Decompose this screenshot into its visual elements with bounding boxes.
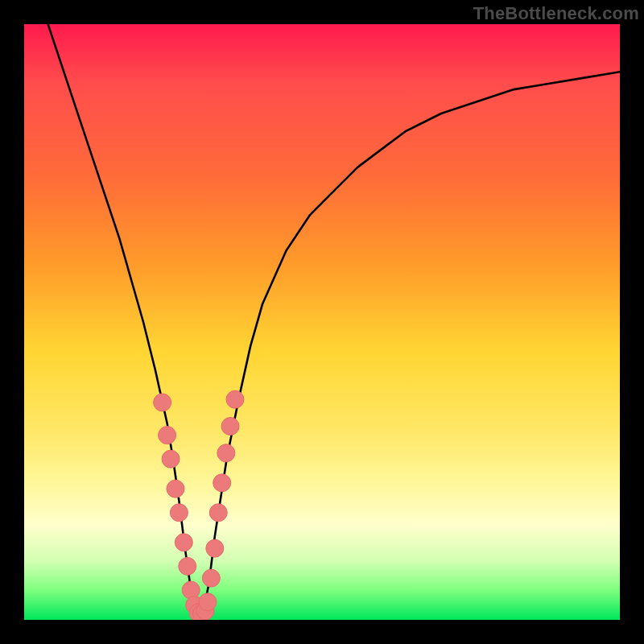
data-marker bbox=[162, 450, 180, 468]
data-marker bbox=[179, 557, 196, 575]
bottleneck-curve bbox=[48, 24, 620, 614]
data-marker bbox=[154, 394, 171, 411]
data-marker bbox=[202, 569, 220, 587]
data-marker bbox=[221, 418, 239, 436]
data-marker bbox=[226, 390, 244, 408]
data-marker bbox=[170, 504, 188, 522]
data-marker bbox=[167, 480, 184, 497]
chart-svg-layer bbox=[24, 24, 620, 620]
data-marker bbox=[175, 534, 192, 551]
chart-frame: TheBottleneck.com bbox=[0, 0, 644, 644]
data-marker bbox=[199, 593, 217, 611]
chart-plot-area bbox=[24, 24, 620, 620]
data-marker bbox=[209, 504, 227, 522]
data-marker bbox=[159, 427, 176, 444]
watermark-text: TheBottleneck.com bbox=[473, 3, 639, 24]
data-marker bbox=[213, 474, 231, 492]
data-marker bbox=[217, 444, 235, 462]
data-marker bbox=[206, 539, 224, 557]
